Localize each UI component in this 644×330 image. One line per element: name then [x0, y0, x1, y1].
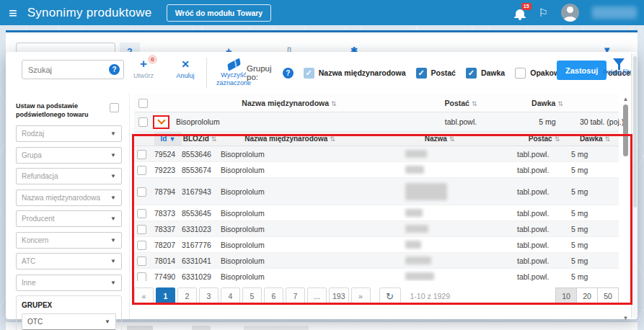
table-row[interactable]: 78207 3167776 Bisoprololum tabl.powl. 5 …	[134, 237, 619, 253]
page-size-50[interactable]: 50	[597, 287, 619, 305]
results-range-label: 1-10 z 1929	[410, 292, 450, 300]
prev-page-button[interactable]: «	[134, 287, 154, 305]
background-card: ? + ▯ ✱ ▼	[6, 30, 638, 53]
grupex-select-otc[interactable]: OTC▼	[22, 313, 116, 330]
scroll-down-icon[interactable]: ▼	[622, 315, 630, 322]
chevron-down-icon: ▼	[110, 195, 116, 201]
filter-select-nazwa-miedzynarodowa[interactable]: Nazwa międzynarodowa▼	[16, 189, 122, 206]
filter-select-inne[interactable]: Inne▼	[16, 275, 122, 291]
search-input[interactable]	[22, 66, 109, 74]
filter-select-rodzaj[interactable]: Rodzaj▼	[16, 125, 122, 142]
filter-select-atc[interactable]: ATC▼	[16, 253, 122, 269]
filter-select-koncern[interactable]: Koncern▼	[16, 232, 122, 249]
chevron-down-icon: ▼	[110, 215, 116, 222]
filter-select-grupa[interactable]: Grupa▼	[16, 147, 122, 164]
table-row[interactable]: 79223 8553674 Bisoprololum tabl.powl. 5 …	[134, 162, 619, 178]
group-by-help-icon[interactable]: ?	[283, 68, 294, 79]
sort-icon: ⇅	[211, 135, 217, 143]
table-scrollbar[interactable]: ▲ ▼	[622, 96, 630, 277]
scrollbar-thumb[interactable]	[633, 56, 637, 208]
table-row[interactable]: 79524 8553646 Bisoprololum tabl.powl. 5 …	[134, 146, 619, 162]
page-ellipsis[interactable]: ...	[307, 287, 327, 305]
group-by-label: Grupuj po:	[247, 64, 276, 81]
expand-group-button[interactable]	[153, 115, 169, 129]
highlight-product-checkbox[interactable]	[110, 103, 119, 112]
page-button-6[interactable]: 6	[264, 287, 283, 305]
col-dawka[interactable]: Dawka⇅	[515, 99, 580, 107]
checkbox-nazwa-miedzynarodowa[interactable]: ✓	[304, 68, 314, 79]
filter-select-refundacja[interactable]: Refundacja▼	[16, 168, 122, 184]
search-box: ?	[22, 60, 124, 79]
background-help-icon: ?	[120, 43, 140, 53]
create-button[interactable]: + Utwórz 0	[124, 58, 163, 80]
group-table-header: Nazwa międzynarodowa⇅ Postać⇅ Dawka⇅	[134, 94, 619, 112]
user-avatar[interactable]	[561, 4, 579, 22]
row-checkbox[interactable]	[137, 209, 146, 218]
col-id-sorted[interactable]: Id▼	[154, 132, 182, 146]
redacted-text	[405, 166, 424, 174]
modal-scrollbar[interactable]	[631, 53, 638, 318]
table-row[interactable]: 78794 3167943 Bisoprololum tabl.powl. 5 …	[134, 178, 619, 205]
bell-icon	[516, 9, 524, 17]
checkbox-postac[interactable]: ✓	[416, 68, 427, 79]
page-button-5[interactable]: 5	[242, 287, 262, 305]
page-size-10[interactable]: 10	[555, 287, 577, 305]
scroll-up-icon[interactable]: ▲	[622, 96, 630, 103]
scrollbar-thumb[interactable]	[623, 104, 628, 156]
sort-icon: ⇅	[472, 100, 477, 107]
refresh-button[interactable]: ↻	[379, 287, 401, 305]
group-option-postac: ✓ Postać	[416, 68, 456, 79]
filter-select-producent[interactable]: Producent▼	[16, 210, 122, 227]
back-to-goods-button[interactable]: Wróć do modułu Towary	[167, 4, 272, 22]
notifications-button[interactable]: 15	[514, 7, 526, 19]
page-button-4[interactable]: 4	[221, 287, 240, 305]
page-button-3[interactable]: 3	[199, 287, 219, 305]
sort-icon: ⇅	[330, 135, 335, 143]
checkbox-opakowanie[interactable]	[515, 68, 526, 79]
next-page-button[interactable]: »	[351, 287, 371, 305]
group-row-checkbox[interactable]	[138, 117, 148, 127]
row-checkbox[interactable]	[137, 187, 146, 197]
page-button-7[interactable]: 7	[286, 287, 305, 305]
redacted-text	[405, 209, 423, 217]
pagination-bar: « 1 2 3 4 5 6 7 ... 193 » ↻ 1-10 z 1929 …	[134, 281, 619, 307]
search-help-icon[interactable]: ?	[109, 64, 120, 75]
cancel-button[interactable]: ✕ Anuluj	[166, 58, 205, 80]
redacted-text	[405, 257, 431, 264]
row-checkbox[interactable]	[137, 272, 146, 282]
col-sub-dawka[interactable]: Dawka⇅	[571, 135, 619, 143]
col-nazwa-miedzynarodowa[interactable]: Nazwa międzynarodowa⇅	[172, 99, 407, 107]
filters-sidebar: Ustaw na podstawie podświetlonego towaru…	[6, 94, 130, 319]
row-checkbox[interactable]	[137, 257, 146, 266]
select-all-checkbox[interactable]	[138, 99, 148, 108]
page-button-2[interactable]: 2	[177, 287, 197, 305]
notifications-badge: 15	[521, 3, 531, 10]
redacted-text	[405, 272, 434, 280]
col-sub-nazwa-miedzynarodowa[interactable]: Nazwa międzynarodowa⇅	[218, 135, 362, 143]
table-row[interactable]: 78014 6331041 Bisoprololum tabl.powl. 5 …	[134, 253, 619, 269]
col-postac[interactable]: Postać⇅	[407, 99, 515, 107]
col-nazwa[interactable]: Nazwa⇅	[362, 135, 517, 143]
background-page-button	[127, 326, 153, 330]
group-row[interactable]: Bisoprololum tabl.powl. 5 mg 30 tabl. (p…	[134, 112, 619, 132]
redacted-text	[405, 241, 421, 249]
page-size-20[interactable]: 20	[576, 287, 598, 305]
row-checkbox[interactable]	[137, 166, 146, 175]
chevron-down-icon: ▼	[110, 152, 116, 159]
table-row[interactable]: 78337 6331023 Bisoprololum tabl.powl. 5 …	[134, 221, 619, 237]
menu-icon[interactable]: ≡	[9, 6, 17, 20]
col-sub-postac[interactable]: Postać⇅	[517, 135, 571, 143]
redacted-text	[405, 183, 447, 200]
table-row[interactable]: 78373 8553645 Bisoprololum tabl.powl. 5 …	[134, 205, 619, 221]
row-checkbox[interactable]	[137, 241, 146, 250]
row-checkbox[interactable]	[137, 225, 146, 234]
flag-icon[interactable]: ⚐	[539, 7, 548, 18]
group-postac: tabl.powl.	[407, 117, 515, 126]
row-checkbox[interactable]	[137, 150, 146, 159]
chevron-down-icon: ▼	[105, 318, 110, 325]
checkbox-dawka[interactable]: ✓	[466, 68, 477, 79]
chevron-down-icon: ▼	[110, 130, 116, 137]
page-button-last[interactable]: 193	[329, 287, 349, 305]
col-blozid[interactable]: BLOZid⇅	[182, 135, 218, 143]
page-button-1[interactable]: 1	[156, 287, 175, 305]
